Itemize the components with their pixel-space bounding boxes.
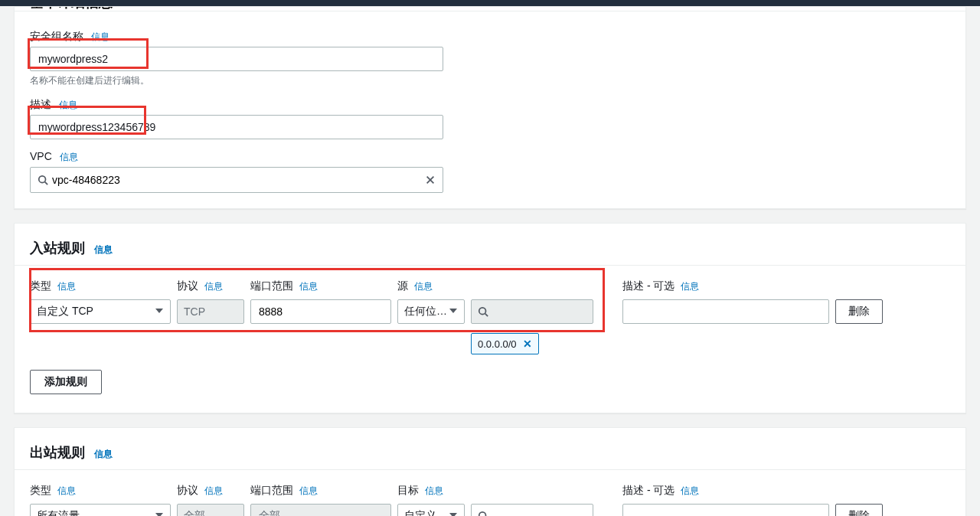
description-label: 描述 (30, 98, 51, 112)
security-group-name-label: 安全组名称 (30, 30, 83, 44)
outbound-dest-search-input[interactable] (488, 510, 629, 516)
svg-line-1 (45, 182, 48, 185)
inbound-col-desc-info[interactable]: 信息 (681, 280, 699, 293)
outbound-col-desc: 描述 - 可选 (622, 484, 675, 498)
inbound-source-search[interactable] (471, 299, 593, 324)
basic-details-panel: 基本详细信息 安全组名称 信息 名称不能在创建后进行编辑。 描述 信息 (14, 6, 966, 209)
inbound-type-select[interactable]: 自定义 TCP (30, 299, 171, 324)
svg-point-6 (479, 512, 486, 516)
outbound-col-protocol: 协议 (177, 484, 198, 498)
inbound-col-type: 类型 (30, 279, 51, 293)
outbound-port-input (250, 504, 391, 516)
description-input[interactable] (30, 115, 443, 139)
clear-icon[interactable] (424, 174, 436, 186)
inbound-source-select-value: 任何位… (404, 305, 447, 318)
svg-point-0 (39, 176, 46, 183)
inbound-col-desc: 描述 - 可选 (622, 279, 675, 293)
add-inbound-rule-button[interactable]: 添加规则 (30, 370, 102, 394)
inbound-source-cidr-tag: 0.0.0.0/0 ✕ (471, 333, 539, 354)
outbound-col-desc-info[interactable]: 信息 (681, 485, 699, 498)
description-field: 描述 信息 (30, 98, 950, 139)
description-info-link[interactable]: 信息 (59, 99, 77, 112)
inbound-col-type-info[interactable]: 信息 (57, 280, 76, 293)
inbound-source-search-input[interactable] (488, 305, 629, 318)
inbound-title: 入站规则 (30, 239, 85, 257)
outbound-col-portrange: 端口范围 (250, 484, 293, 498)
inbound-col-protocol: 协议 (177, 279, 198, 293)
outbound-col-portrange-info[interactable]: 信息 (299, 485, 318, 498)
inbound-col-protocol-info[interactable]: 信息 (204, 280, 223, 293)
outbound-delete-button[interactable]: 删除 (835, 504, 883, 516)
inbound-source-select[interactable]: 任何位… (397, 299, 465, 324)
svg-line-5 (485, 314, 488, 317)
outbound-info-link[interactable]: 信息 (94, 448, 113, 461)
security-group-name-help: 名称不能在创建后进行编辑。 (30, 74, 950, 87)
inbound-rules-panel: 入站规则 信息 类型信息 协议信息 端口范围信息 源信息 描述 - 可选信息 自… (14, 223, 966, 413)
inbound-source-cidr-text: 0.0.0.0/0 (478, 338, 517, 350)
outbound-col-type: 类型 (30, 484, 51, 498)
outbound-dest-select-value: 自定义 (404, 509, 436, 516)
outbound-dest-search[interactable] (471, 504, 593, 516)
inbound-info-link[interactable]: 信息 (94, 243, 113, 256)
search-icon (478, 305, 488, 318)
search-icon (37, 174, 49, 186)
outbound-protocol-value: 全部 (184, 509, 205, 516)
remove-tag-icon[interactable]: ✕ (523, 338, 532, 349)
inbound-rule-row: 自定义 TCP TCP 任何位… (30, 299, 950, 354)
outbound-protocol: 全部 (177, 504, 244, 516)
scroll-area[interactable]: 基本详细信息 安全组名称 信息 名称不能在创建后进行编辑。 描述 信息 (0, 6, 980, 516)
inbound-desc-input[interactable] (622, 299, 829, 324)
inbound-col-source-info[interactable]: 信息 (414, 280, 433, 293)
security-group-name-info-link[interactable]: 信息 (91, 31, 109, 44)
outbound-rules-panel: 出站规则 信息 类型信息 协议信息 端口范围信息 目标信息 描述 - 可选信息 … (14, 427, 966, 516)
vpc-field: VPC 信息 (30, 150, 950, 193)
outbound-rule-row: 所有流量 全部 自定义 (30, 504, 950, 516)
outbound-type-value: 所有流量 (37, 509, 80, 516)
security-group-name-input[interactable] (30, 47, 443, 71)
outbound-col-protocol-info[interactable]: 信息 (204, 485, 223, 498)
svg-point-4 (479, 308, 486, 315)
vpc-select[interactable] (30, 167, 443, 193)
inbound-col-portrange: 端口范围 (250, 279, 293, 293)
inbound-col-portrange-info[interactable]: 信息 (299, 280, 318, 293)
top-dark-bar (0, 0, 980, 6)
chevron-down-icon (155, 305, 164, 318)
outbound-desc-input[interactable] (622, 504, 829, 516)
chevron-down-icon (449, 510, 458, 516)
vpc-label: VPC (30, 150, 52, 162)
inbound-column-headers: 类型信息 协议信息 端口范围信息 源信息 描述 - 可选信息 (30, 279, 950, 299)
vpc-info-link[interactable]: 信息 (60, 151, 78, 164)
inbound-port-input[interactable] (250, 299, 391, 324)
outbound-column-headers: 类型信息 协议信息 端口范围信息 目标信息 描述 - 可选信息 (30, 484, 950, 504)
outbound-type-select[interactable]: 所有流量 (30, 504, 171, 516)
inbound-delete-button[interactable]: 删除 (835, 299, 883, 324)
inbound-col-source: 源 (397, 279, 408, 293)
outbound-title: 出站规则 (30, 443, 85, 462)
outbound-col-dest: 目标 (397, 484, 419, 498)
inbound-protocol-value: TCP (184, 305, 205, 318)
chevron-down-icon (449, 305, 458, 318)
outbound-col-type-info[interactable]: 信息 (57, 485, 76, 498)
search-icon (478, 510, 488, 516)
security-group-name-field: 安全组名称 信息 名称不能在创建后进行编辑。 (30, 30, 950, 87)
inbound-protocol: TCP (177, 299, 244, 324)
outbound-dest-select[interactable]: 自定义 (397, 504, 465, 516)
vpc-value-input[interactable] (49, 174, 424, 186)
chevron-down-icon (155, 510, 164, 516)
inbound-type-value: 自定义 TCP (37, 305, 93, 318)
outbound-col-dest-info[interactable]: 信息 (425, 485, 443, 498)
